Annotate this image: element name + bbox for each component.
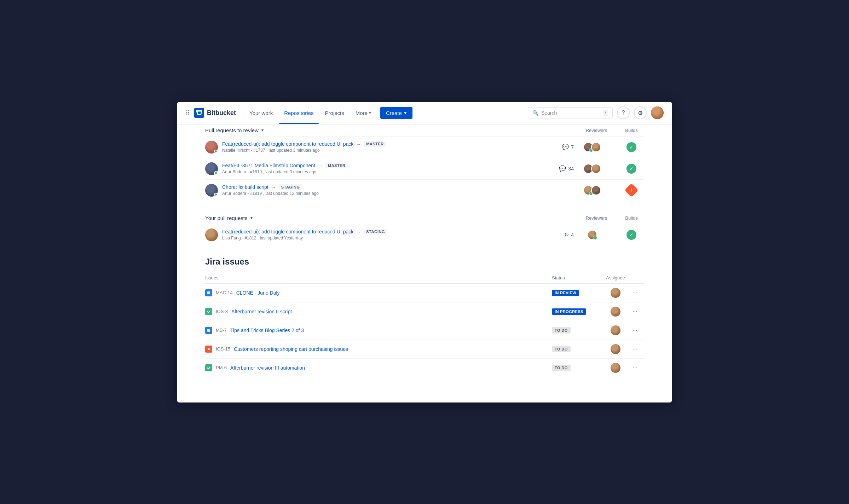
pr-build: ✓ [619,164,644,174]
grid-icon[interactable]: ⠿ [185,109,190,117]
jira-table: Issues Status Assignee [205,272,644,377]
pr-review-col-builds: Builds [619,128,644,133]
story-icon [206,290,211,295]
jira-issue-title[interactable]: Customers reporting shoping cart purchas… [234,346,348,352]
reviewer-avatar-list [587,230,597,240]
pr-reviewers [578,230,606,240]
pr-yours-header: Your pull requests ▾ Reviewers Builds [205,212,644,224]
pr-row: Feat/FIL-3571 Media Filmstrip Component … [205,158,644,180]
app-name: Bitbucket [207,109,236,117]
nav-projects[interactable]: Projects [320,102,349,124]
create-chevron-icon: ▾ [404,110,407,116]
jira-issue-cell: IOS-8 Afterburner revision II script [205,302,552,321]
more-options-button[interactable]: ··· [630,363,640,372]
reviewer-avatar [587,230,597,240]
assignee-avatar [611,344,620,354]
jira-assignee-cell [601,283,630,302]
more-options-button[interactable]: ··· [630,344,640,354]
reviewer-avatar [591,142,601,152]
jira-row: PM-6 Afterburner revision III automation… [205,358,644,377]
nav-logo[interactable]: Bitbucket [194,108,236,118]
jira-issue-cell: MB-7 Tips and Tricks Blog Series 2 of 3 [205,321,552,340]
pr-review-header: Pull requests to review ▾ Reviewers Buil… [205,124,644,137]
pr-title-row: Feat/FIL-3571 Media Filmstrip Component … [222,163,548,168]
jira-issue-key: PM-6 [216,365,227,370]
jira-assignee-cell [601,358,630,377]
pr-meta: Natalie Kirscht - #1787 , last updated 3… [222,148,548,153]
create-button[interactable]: Create ▾ [380,107,412,119]
help-button[interactable]: ? [617,106,630,119]
reviewer-avatar-list [583,164,601,174]
pr-meta: Artur Bodera - #1819 , last updated 12 m… [222,191,548,196]
jira-col-issues: Issues [205,272,552,284]
pr-review-col-reviewers: Reviewers [582,128,611,133]
more-options-button[interactable]: ··· [630,288,640,297]
pr-comments: 💬 34 [553,165,574,172]
nav-more[interactable]: More ▾ [351,102,376,124]
pr-author-avatar [205,184,218,197]
reviewer-avatar [591,164,601,174]
jira-issue-icon [205,308,212,315]
jira-issue-key: MB-7 [216,328,227,333]
jira-col-status: Status [552,272,601,284]
status-badge: IN PROGRESS [552,308,586,315]
pr-title[interactable]: Chore: fix build script [222,184,268,190]
user-avatar-image [651,106,664,119]
jira-issue-title[interactable]: CLONE - June Daly [236,290,280,296]
pr-build: ✓ [619,142,644,152]
jira-more-cell: ··· [630,358,644,377]
pr-meta: Artur Bodera - #1810 , last updated 3 mi… [222,169,548,174]
pr-yours-chevron-icon: ▾ [250,215,253,220]
jira-status-cell: TO DO [552,321,601,340]
pr-title-row: Feat(reduced-ui): add toggle component t… [222,229,548,234]
search-input[interactable] [541,110,600,116]
nav-repositories[interactable]: Repositories [279,102,318,124]
nav-your-work[interactable]: Your work [244,102,278,124]
bug-icon [206,347,211,352]
jira-more-cell: ··· [630,340,644,358]
pr-review-title: Pull requests to review [205,127,259,133]
jira-assignee-cell [601,302,630,321]
pr-branch-badge: STAGING [364,229,387,234]
jira-issue-key: IOS-15 [216,346,230,352]
more-options-button[interactable]: ··· [630,326,640,335]
pr-yours-title: Your pull requests [205,215,248,221]
pr-comments: 💬 7 [553,144,574,150]
search-bar[interactable]: 🔍 / [528,107,613,118]
assignee-avatar [611,363,620,373]
pr-info: Chore: fix build script → STAGING Artur … [222,184,548,196]
jira-table-body: MAC-14 CLONE - June Daly IN REVIEW [205,283,644,377]
jira-issue-key: MAC-14 [216,290,233,295]
pr-row: Feat(reduced-ui): add toggle component t… [205,137,644,158]
jira-issue-title[interactable]: Tips and Tricks Blog Series 2 of 3 [230,328,304,333]
jira-issue-title[interactable]: Afterburner revision II script [231,309,292,314]
pr-title[interactable]: Feat(reduced-ui): add toggle component t… [222,141,353,147]
pr-review-title-row[interactable]: Pull requests to review ▾ [205,127,582,133]
search-icon: 🔍 [532,110,538,116]
jira-issue-icon [205,289,212,296]
svg-rect-2 [207,291,210,294]
pr-info: Feat/FIL-3571 Media Filmstrip Component … [222,163,548,174]
build-success-icon: ✓ [626,164,636,174]
svg-rect-0 [194,108,204,118]
pr-yours-title-row[interactable]: Your pull requests ▾ [205,215,582,221]
jira-status-cell: IN REVIEW [552,283,601,302]
pr-branch-badge: STAGING [279,184,302,190]
user-avatar[interactable] [651,106,664,119]
svg-point-7 [208,348,210,350]
more-options-button[interactable]: ··· [630,307,640,316]
jira-status-cell: TO DO [552,340,601,358]
pr-title[interactable]: Feat/FIL-3571 Media Filmstrip Component [222,163,315,168]
pr-comments: ↻ 4 [553,231,574,238]
pr-comment-count: 34 [568,166,574,172]
jira-row: MAC-14 CLONE - June Daly IN REVIEW [205,283,644,302]
jira-issue-title[interactable]: Afterburner revision III automation [230,365,305,371]
jira-col-assignee: Assignee [601,272,630,284]
jira-table-header-row: Issues Status Assignee [205,272,644,284]
jira-issue-key: IOS-8 [216,309,228,314]
pr-reviewers [578,164,606,174]
jira-row: IOS-8 Afterburner revision II script IN … [205,302,644,321]
pr-title[interactable]: Feat(reduced-ui): add toggle component t… [222,229,353,234]
settings-button[interactable]: ⚙ [634,106,647,119]
jira-more-cell: ··· [630,283,644,302]
